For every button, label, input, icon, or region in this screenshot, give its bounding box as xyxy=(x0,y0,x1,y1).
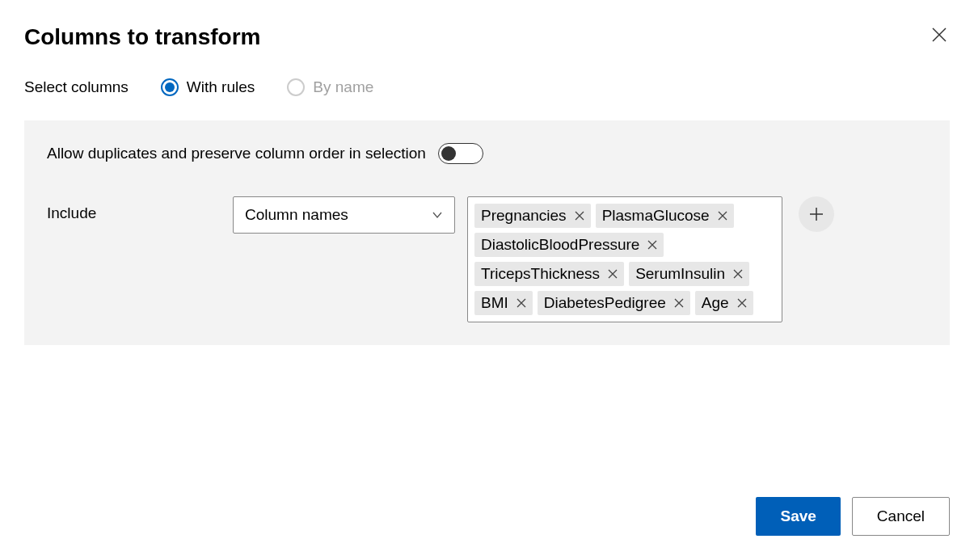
remove-tag-icon[interactable] xyxy=(737,298,747,308)
radio-with-rules-label: With rules xyxy=(187,78,255,96)
column-tag-label: DiastolicBloodPressure xyxy=(481,236,639,254)
remove-tag-icon[interactable] xyxy=(733,269,743,279)
remove-tag-icon[interactable] xyxy=(718,211,727,221)
remove-tag-icon[interactable] xyxy=(674,298,684,308)
radio-by-name-label: By name xyxy=(313,78,373,96)
cancel-button[interactable]: Cancel xyxy=(852,497,950,536)
column-tag-label: Pregnancies xyxy=(481,207,567,225)
column-tag: DiabetesPedigree xyxy=(538,291,690,315)
radio-by-name[interactable]: By name xyxy=(287,78,373,96)
save-button[interactable]: Save xyxy=(756,497,840,536)
chevron-down-icon xyxy=(432,209,443,221)
rules-panel: Allow duplicates and preserve column ord… xyxy=(24,120,950,345)
add-rule-button[interactable] xyxy=(799,196,834,232)
radio-with-rules[interactable]: With rules xyxy=(161,78,255,96)
toggle-knob-icon xyxy=(441,146,456,161)
column-tag: Age xyxy=(695,291,753,315)
dialog-title: Columns to transform xyxy=(24,24,260,50)
column-tag: DiastolicBloodPressure xyxy=(474,233,664,257)
allow-duplicates-toggle[interactable] xyxy=(438,143,483,164)
dropdown-value: Column names xyxy=(245,206,348,224)
plus-icon xyxy=(808,206,824,222)
column-tag-label: SerumInsulin xyxy=(635,265,725,283)
column-tag-label: TricepsThickness xyxy=(481,265,600,283)
column-tag: TricepsThickness xyxy=(474,262,624,286)
column-tag: BMI xyxy=(474,291,533,315)
column-tag-label: BMI xyxy=(481,294,508,312)
column-tag-label: Age xyxy=(702,294,729,312)
column-tag-label: PlasmaGlucose xyxy=(602,207,710,225)
include-label: Include xyxy=(47,196,221,222)
select-columns-row: Select columns With rules By name xyxy=(24,78,950,96)
column-tag: Pregnancies xyxy=(474,204,591,228)
allow-duplicates-label: Allow duplicates and preserve column ord… xyxy=(47,145,426,162)
radio-circle-icon xyxy=(287,78,305,96)
column-tag: PlasmaGlucose xyxy=(596,204,734,228)
toggle-row: Allow duplicates and preserve column ord… xyxy=(47,143,927,164)
column-names-dropdown[interactable]: Column names xyxy=(233,196,455,234)
radio-circle-icon xyxy=(161,78,179,96)
dialog-footer: Save Cancel xyxy=(756,497,950,536)
include-row: Include Column names PregnanciesPlasmaGl… xyxy=(47,196,927,322)
remove-tag-icon[interactable] xyxy=(647,240,657,250)
remove-tag-icon[interactable] xyxy=(575,211,584,221)
column-tag-label: DiabetesPedigree xyxy=(544,294,666,312)
remove-tag-icon[interactable] xyxy=(608,269,618,279)
select-columns-label: Select columns xyxy=(24,78,129,96)
remove-tag-icon[interactable] xyxy=(517,298,526,308)
close-icon[interactable] xyxy=(929,24,950,48)
selected-columns-box[interactable]: PregnanciesPlasmaGlucoseDiastolicBloodPr… xyxy=(467,196,782,322)
column-tag: SerumInsulin xyxy=(629,262,749,286)
